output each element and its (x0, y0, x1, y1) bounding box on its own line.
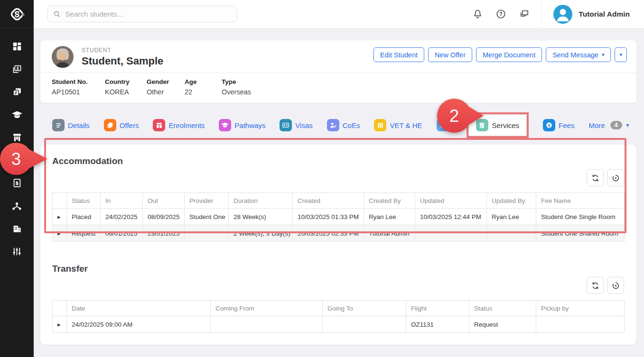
table-cell: 24/02/2025 (101, 209, 143, 225)
transfer-tools (52, 277, 624, 294)
user-avatar (553, 5, 572, 24)
column-header: Status (469, 301, 536, 316)
history-icon (611, 281, 620, 290)
accommodation-tools (52, 169, 624, 186)
table-cell: 28 Week(s) (229, 209, 293, 225)
student-info-row: Student No. AP10501 Country KOREA Gender… (40, 73, 636, 103)
table-cell: Request (67, 225, 101, 242)
table-header-row: Status In Out Provider Duration Created … (53, 193, 625, 209)
app-logo[interactable] (0, 0, 34, 28)
enrolments-icon (153, 119, 165, 131)
search-input[interactable] (65, 10, 232, 18)
table-row[interactable]: ▸ 24/02/2025 09:00 AM OZ1131 Request (53, 316, 625, 333)
more-actions-button[interactable]: ▾ (615, 47, 627, 62)
column-header: Provider (185, 193, 229, 209)
user-name: Tutorial Admin (579, 10, 630, 18)
providers-icon[interactable] (11, 223, 23, 234)
tab-visas[interactable]: Visas (280, 119, 312, 131)
row-expand-icon[interactable]: ▸ (53, 209, 67, 225)
history-button[interactable] (607, 169, 624, 186)
field-student-no: Student No. AP10501 (52, 78, 105, 96)
tab-label: Enrolments (168, 121, 205, 129)
edit-student-label: Edit Student (380, 51, 418, 59)
table-cell: Placed (67, 209, 101, 225)
courses-icon[interactable] (11, 109, 23, 120)
chevron-down-icon: ▾ (602, 52, 605, 58)
settings-icon[interactable] (11, 246, 23, 257)
tab-label: CoEs (343, 121, 360, 129)
tab-label: Fees (559, 121, 574, 129)
enrolments-icon[interactable] (11, 132, 23, 143)
fees-icon: $ (543, 119, 555, 131)
send-message-button[interactable]: Send Message▾ (546, 47, 611, 62)
table-cell: Ryan Lee (487, 209, 536, 225)
tab-vet-he[interactable]: VET & HE (374, 119, 422, 131)
new-offer-button[interactable]: New Offer (428, 47, 472, 62)
finance-icon[interactable]: $ (11, 177, 23, 189)
tab-more[interactable]: More 4 ▾ (588, 121, 629, 129)
student-header-top: STUDENT Student, Sample Edit Student New… (40, 40, 636, 73)
table-cell: 08/09/2025 (143, 209, 185, 225)
student-name: Student, Sample (82, 55, 163, 67)
vet-he-icon (374, 119, 386, 131)
messages-icon[interactable] (518, 9, 530, 20)
column-header: Date (67, 301, 211, 316)
merge-document-label: Merge Document (483, 51, 535, 59)
svg-text:?: ? (499, 11, 502, 17)
help-icon[interactable]: ? (495, 9, 506, 20)
tab-coes[interactable]: CoEs (327, 119, 360, 131)
table-cell: 20/03/2025 02:33 PM (293, 225, 364, 242)
tab-offers[interactable]: Offers (104, 119, 139, 131)
tab-fees[interactable]: $ Fees (543, 119, 574, 131)
chevron-down-icon: ▾ (626, 122, 629, 128)
column-header: Pickup by (536, 301, 625, 316)
field-type: Type Overseas (222, 78, 251, 96)
row-expand-icon[interactable]: ▸ (53, 225, 67, 242)
field-value: Overseas (222, 88, 251, 96)
edit-student-button[interactable]: Edit Student (373, 47, 424, 62)
refresh-icon (591, 174, 600, 183)
agents-icon[interactable] (11, 200, 23, 211)
tab-pathways[interactable]: Pathways (219, 119, 265, 131)
documents-icon[interactable] (11, 86, 23, 98)
table-cell (487, 225, 536, 242)
tab-enrolments[interactable]: Enrolments (153, 119, 205, 131)
user-menu[interactable]: Tutorial Admin (553, 5, 644, 24)
accommodation-section: Accommodation Status In Out Pro (52, 156, 624, 242)
table-row[interactable]: ▸ Request 06/01/2025 23/01/2025 2 Week(s… (53, 225, 625, 242)
merge-document-button[interactable]: Merge Document (476, 47, 542, 62)
student-header-card: STUDENT Student, Sample Edit Student New… (40, 40, 636, 103)
svg-text:$: $ (15, 180, 19, 186)
tab-label: Services (492, 121, 520, 129)
table-cell: 10/03/2025 12:44 PM (415, 209, 487, 225)
column-header: Status (67, 193, 101, 209)
dashboard-icon[interactable] (11, 41, 23, 52)
tab-details[interactable]: Details (52, 119, 90, 131)
students-icon[interactable] (11, 64, 23, 75)
details-icon (52, 119, 65, 131)
topbar-right: ? Tutorial Admin (472, 0, 644, 28)
bell-icon[interactable] (472, 9, 483, 20)
table-cell: Ryan Lee (364, 209, 415, 225)
history-button[interactable] (607, 277, 624, 294)
field-label: Type (222, 78, 251, 85)
field-value: 22 (185, 88, 222, 96)
tab-services[interactable]: Services (468, 114, 527, 136)
tab-insurance[interactable] (437, 119, 452, 131)
table-row[interactable]: ▸ Placed 24/02/2025 08/09/2025 Student O… (53, 209, 625, 225)
column-header-expand (53, 301, 67, 316)
new-offer-label: New Offer (435, 51, 466, 59)
field-value: KOREA (105, 88, 147, 96)
field-age: Age 22 (185, 78, 222, 96)
refresh-button[interactable] (587, 169, 604, 186)
column-header: Updated By (487, 193, 536, 209)
field-gender: Gender Other (147, 78, 185, 96)
table-cell: Student One Single Room (536, 209, 625, 225)
search-box[interactable] (47, 6, 237, 22)
tab-label: Pathways (234, 121, 265, 129)
column-header: Flight (406, 301, 469, 316)
column-header: Duration (229, 193, 293, 209)
row-expand-icon[interactable]: ▸ (53, 316, 67, 333)
refresh-button[interactable] (587, 277, 604, 294)
table-cell: 06/01/2025 (101, 225, 143, 242)
